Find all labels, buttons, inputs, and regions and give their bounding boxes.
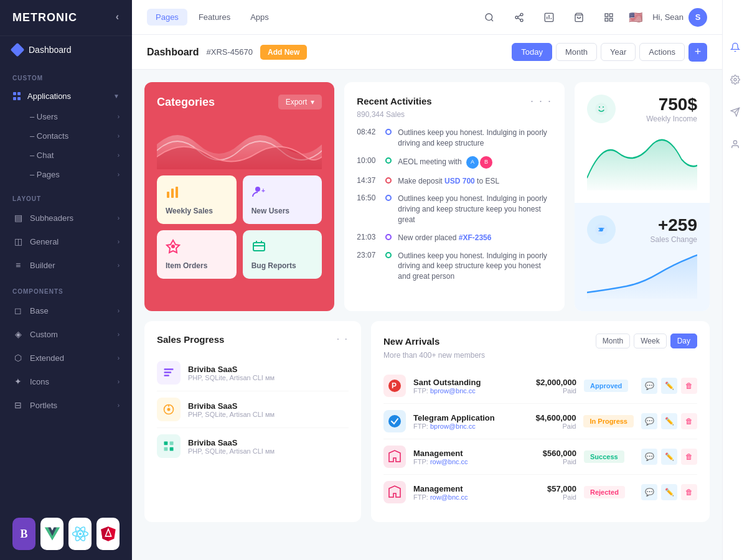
dashboard-icon <box>11 43 25 57</box>
user-avatar[interactable]: S <box>688 8 707 27</box>
row-2: Sales Progress · · Briviba SaaS PHP, SQL… <box>144 321 710 522</box>
bootstrap-icon[interactable]: B <box>12 518 35 550</box>
sidebar-sub-contacts[interactable]: – Contacts › <box>30 126 132 146</box>
svg-rect-21 <box>605 14 608 17</box>
tab-day[interactable]: Day <box>670 334 697 348</box>
angular-icon[interactable] <box>96 518 120 550</box>
tab-week[interactable]: Week <box>634 334 666 348</box>
progress-info: Briviba SaaS PHP, SQLite, Artisan CLI мм <box>188 401 349 418</box>
list-item: P Sant Outstanding FTP: bprow@bnc.cc $2,… <box>383 368 697 404</box>
svg-point-5 <box>78 533 81 535</box>
tab-pages[interactable]: Pages <box>147 9 187 26</box>
sidebar-item-icons[interactable]: ✦ Icons › <box>0 370 132 393</box>
progress-name: Briviba SaaS <box>188 365 349 374</box>
arrivals-ftp: FTP: row@bnc.cc <box>413 458 519 465</box>
progress-name: Briviba SaaS <box>188 401 349 411</box>
cat-item-orders[interactable]: Item Orders <box>157 230 237 279</box>
cat-new-users[interactable]: + New Users <box>243 175 322 224</box>
chat-button[interactable]: 💬 <box>641 484 657 500</box>
pages-label: – Pages <box>30 170 60 179</box>
year-button[interactable]: Year <box>601 43 636 61</box>
sidebar-item-applications[interactable]: Applications ▼ <box>0 85 132 107</box>
icons-icon: ✦ <box>12 376 24 387</box>
delete-button[interactable]: 🗑 <box>681 484 697 500</box>
status-badge: Approved <box>584 380 628 392</box>
flag-icon[interactable]: 🇺🇸 <box>629 11 642 24</box>
delete-button[interactable]: 🗑 <box>681 378 697 394</box>
base-icon: ◻ <box>12 305 24 316</box>
vue-icon[interactable] <box>40 518 63 550</box>
status-badge: Success <box>584 450 624 463</box>
right-sidebar-user-icon[interactable] <box>725 134 745 154</box>
list-item: 16:50 Outlines keep you honest. Indulgin… <box>357 194 552 225</box>
user-menu[interactable]: Hi, Sean S <box>652 8 707 27</box>
sidebar-sub-users[interactable]: – Users › <box>30 107 132 126</box>
sidebar-item-subheaders[interactable]: ▤ Subheaders › <box>0 206 132 230</box>
react-icon[interactable] <box>68 518 92 550</box>
share-icon[interactable] <box>509 7 529 27</box>
recent-menu-button[interactable]: · · · <box>530 95 552 108</box>
activity-dot <box>385 195 392 201</box>
today-button[interactable]: Today <box>512 43 552 61</box>
delete-button[interactable]: 🗑 <box>681 449 697 465</box>
sidebar-item-dashboard[interactable]: Dashboard <box>0 36 132 63</box>
arrivals-status: Approved <box>584 380 634 392</box>
list-item: 10:00 AEOL meeting with A B <box>357 156 552 169</box>
sidebar-item-applications-label: Applications <box>27 91 71 101</box>
arrivals-info: Management FTP: row@bnc.cc <box>413 449 519 465</box>
grid-icon[interactable] <box>599 7 619 27</box>
sidebar-collapse-btn[interactable]: ‹ <box>116 11 120 22</box>
sidebar-item-extended[interactable]: ⬡ Extended › <box>0 346 132 370</box>
sales-progress-menu[interactable]: · · <box>337 334 349 345</box>
right-sidebar-send-icon[interactable] <box>725 102 745 122</box>
sidebar-item-base[interactable]: ◻ Base › <box>0 299 132 322</box>
right-sidebar-bell-icon[interactable] <box>725 37 745 57</box>
base-arrow: › <box>118 307 120 314</box>
avatar: B <box>480 156 492 169</box>
content-area: Categories Export ▾ <box>132 70 722 560</box>
actions-button[interactable]: Actions <box>639 43 685 61</box>
arrivals-actions: 💬 ✏️ 🗑 <box>641 484 697 500</box>
sidebar-item-builder[interactable]: ≡ Builder › <box>0 253 132 277</box>
add-icon-button[interactable]: + <box>688 43 707 62</box>
month-button[interactable]: Month <box>556 43 597 61</box>
builder-label: Builder <box>30 261 55 270</box>
sidebar-item-portlets[interactable]: ⊟ Portlets › <box>0 393 132 417</box>
cat-weekly-sales[interactable]: Weekly Sales <box>157 175 237 224</box>
arrivals-info: Telegram Application FTP: bprow@bnc.cc <box>413 413 519 430</box>
sales-progress-title: Sales Progress <box>157 334 224 345</box>
add-new-button[interactable]: Add New <box>260 45 307 60</box>
edit-button[interactable]: ✏️ <box>661 378 677 394</box>
chart-icon[interactable] <box>539 7 559 27</box>
edit-button[interactable]: ✏️ <box>661 449 677 465</box>
subheaders-icon: ▤ <box>12 212 24 223</box>
tab-apps[interactable]: Apps <box>242 9 278 26</box>
cat-bug-reports[interactable]: Bug Reports <box>243 230 322 279</box>
shop-icon[interactable] <box>569 7 589 27</box>
tab-features[interactable]: Features <box>190 9 239 26</box>
list-item: Management FTP: row@bnc.cc $560,000 Paid… <box>383 439 697 475</box>
delete-button[interactable]: 🗑 <box>681 413 697 429</box>
custom-section-label: CUSTOM <box>0 63 132 85</box>
right-sidebar-settings-icon[interactable] <box>725 70 745 90</box>
subheaders-label: Subheaders <box>30 213 73 223</box>
sidebar-sub-chat[interactable]: – Chat › <box>30 146 132 165</box>
chat-button[interactable]: 💬 <box>641 449 657 465</box>
row-1: Categories Export ▾ <box>144 82 710 311</box>
edit-button[interactable]: ✏️ <box>661 413 677 429</box>
subheader-left: Dashboard #XRS-45670 Add New <box>147 45 307 60</box>
contacts-label: – Contacts <box>30 131 68 141</box>
export-button[interactable]: Export ▾ <box>278 95 322 110</box>
edit-button[interactable]: ✏️ <box>661 484 677 500</box>
item-orders-label: Item Orders <box>166 261 228 270</box>
chat-button[interactable]: 💬 <box>641 378 657 394</box>
tab-month[interactable]: Month <box>596 334 630 348</box>
sidebar-item-custom[interactable]: ◈ Custom › <box>0 322 132 346</box>
chat-button[interactable]: 💬 <box>641 413 657 429</box>
svg-point-52 <box>388 415 401 427</box>
subheaders-arrow: › <box>118 215 120 222</box>
sidebar-sub-pages[interactable]: – Pages › <box>30 165 132 184</box>
subheader-right: Today Month Year Actions + <box>512 43 707 62</box>
search-icon[interactable] <box>479 7 499 27</box>
sidebar-item-general[interactable]: ◫ General › <box>0 230 132 253</box>
